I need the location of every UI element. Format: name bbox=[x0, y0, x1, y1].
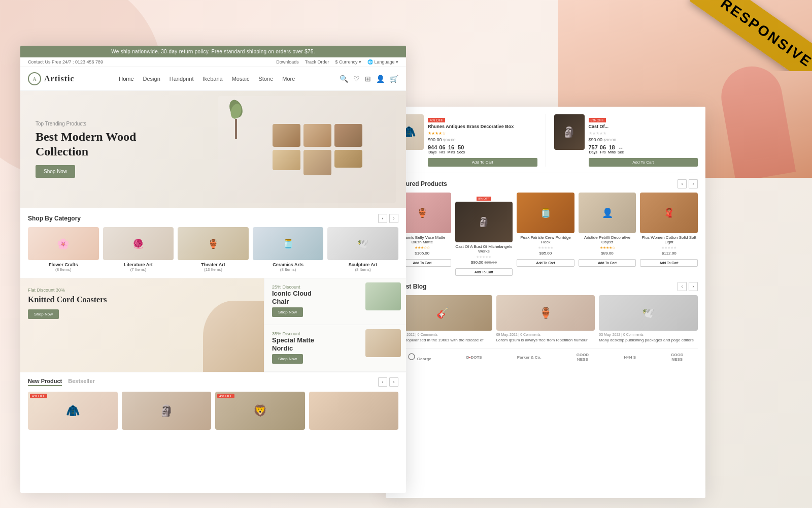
cloud-chair-image bbox=[365, 282, 401, 310]
blog-item-2[interactable]: 🏺 09 May, 2022 | 0 Comments Lorem Ipsum … bbox=[496, 295, 595, 343]
flash-item-1-add-cart[interactable]: Add To Cart bbox=[428, 158, 537, 167]
secs-block-2: --Sec bbox=[618, 144, 624, 154]
new-product-3[interactable]: 4% OFF 🦁 bbox=[215, 392, 305, 432]
blog-prev-button[interactable]: ‹ bbox=[678, 282, 687, 291]
featured-prev-button[interactable]: ‹ bbox=[678, 179, 687, 188]
ceramics-arts-count: (8 Items) bbox=[253, 267, 324, 272]
category-nav: ‹ › bbox=[378, 214, 398, 223]
brand-parker: Parker & Co. bbox=[517, 355, 542, 360]
product-4-image bbox=[309, 392, 399, 430]
featured-item-5-price: $112.00 bbox=[640, 251, 698, 256]
wood-box-2 bbox=[303, 124, 331, 147]
featured-item-4-add-cart[interactable]: Add To Cart bbox=[579, 259, 636, 267]
category-prev-button[interactable]: ‹ bbox=[378, 214, 387, 223]
search-icon[interactable]: 🔍 bbox=[340, 75, 348, 83]
hero-product-image bbox=[218, 96, 396, 203]
flash-item-2-info: 8% OFF Cast Of... ★★★★★ $90.00 $98.00 75… bbox=[589, 114, 698, 167]
sculpture-art-name: Sculpture Art bbox=[327, 262, 398, 267]
flash-divider bbox=[546, 114, 546, 167]
featured-item-5-add-cart[interactable]: Add To Cart bbox=[640, 259, 698, 267]
promo-right: 25% Discount Iconic CloudChair Shop Now … bbox=[264, 278, 406, 372]
product-prev-button[interactable]: ‹ bbox=[378, 377, 387, 387]
sculpture-art-image: 🕊️ bbox=[327, 227, 398, 260]
hero-title: Best Modern Wood Collection bbox=[36, 130, 136, 159]
blog-item-3[interactable]: 🕊️ 03 May, 2022 | 0 Comments Many deskto… bbox=[599, 295, 698, 343]
language-selector[interactable]: 🌐 Language ▾ bbox=[367, 59, 398, 65]
featured-next-button[interactable]: › bbox=[689, 179, 698, 188]
currency-selector[interactable]: $ Currency ▾ bbox=[335, 59, 361, 65]
promo-left-image bbox=[203, 301, 264, 372]
flash-item-1-stars: ★★★★☆ bbox=[428, 131, 537, 136]
category-item-literature[interactable]: 🧶 Literature Art (7 Items) bbox=[103, 227, 174, 272]
tab-new-product[interactable]: New Product bbox=[28, 378, 62, 386]
wood-box-5 bbox=[303, 150, 331, 175]
wishlist-icon[interactable]: ♡ bbox=[353, 75, 360, 83]
tab-bestseller[interactable]: Bestseller bbox=[68, 378, 95, 386]
new-product-1[interactable]: 4% OFF 🧥 bbox=[28, 392, 118, 432]
literature-art-count: (7 Items) bbox=[103, 267, 174, 272]
category-item-ceramics[interactable]: 🫙 Ceramics Arts (8 Items) bbox=[253, 227, 324, 272]
nav-ikebana[interactable]: Ikebana bbox=[203, 76, 223, 82]
downloads-link[interactable]: Downloads bbox=[276, 59, 299, 65]
flash-item-2-stars: ★★★★★ bbox=[589, 131, 698, 136]
blog-item-3-date: 03 May, 2022 | 0 Comments bbox=[599, 333, 698, 336]
promo-r1-cta[interactable]: Shop Now bbox=[272, 307, 303, 317]
blog-next-button[interactable]: › bbox=[689, 282, 698, 291]
nav-handprint[interactable]: Handprint bbox=[170, 76, 194, 82]
blog-item-1[interactable]: 🎸 13 May, 2022 | 0 Comments It was popul… bbox=[393, 295, 492, 343]
featured-item-5-stars: ★★★★★ bbox=[640, 246, 698, 250]
hrs-block-1: 06Hrs bbox=[439, 144, 445, 154]
cart-icon[interactable]: 🛒 bbox=[390, 75, 398, 83]
featured-item-3-image: 🫙 bbox=[517, 193, 574, 233]
nordic-image bbox=[365, 329, 401, 357]
product-tabs-row: New Product Bestseller ‹ › bbox=[20, 372, 406, 390]
nav-design[interactable]: Design bbox=[143, 76, 160, 82]
hero-trending-label: Top Trending Products bbox=[36, 121, 136, 126]
hero-cta-button[interactable]: Shop Now bbox=[36, 165, 75, 178]
plant-icon bbox=[226, 99, 246, 144]
promo-left-cta[interactable]: Shop Now bbox=[28, 309, 59, 319]
flower-crafts-count: (8 Items) bbox=[28, 267, 99, 272]
blog-grid: 🎸 13 May, 2022 | 0 Comments It was popul… bbox=[393, 295, 698, 343]
promo-r2-cta[interactable]: Shop Now bbox=[272, 354, 303, 364]
hrs-block-2: 06Hrs bbox=[600, 144, 606, 154]
featured-item-2-badge: 8% OFF bbox=[477, 197, 491, 201]
category-row: 🌸 Flower Crafts (8 Items) 🧶 Literature A… bbox=[20, 227, 406, 278]
compare-icon[interactable]: ⊞ bbox=[365, 75, 371, 83]
flash-item-2-add-cart[interactable]: Add To Cart bbox=[589, 158, 698, 167]
contact-info: Contact Us Free 24/7 : 0123 456 789 bbox=[28, 59, 103, 65]
featured-item-2-add-cart[interactable]: Add To Cart bbox=[455, 268, 513, 276]
category-item-theater[interactable]: 🏺 Theater Art (13 Items) bbox=[178, 227, 249, 272]
main-window: We ship nationwide. 30-day return policy… bbox=[20, 46, 406, 493]
ceramics-arts-name: Ceramics Arts bbox=[253, 262, 324, 267]
new-product-4[interactable] bbox=[309, 392, 399, 432]
track-order-link[interactable]: Track Order bbox=[305, 59, 329, 65]
new-product-2[interactable]: 🗿 bbox=[122, 392, 212, 432]
product-tabs: New Product Bestseller bbox=[28, 378, 95, 386]
announce-text: We ship nationwide. 30-day return policy… bbox=[111, 49, 315, 54]
blog-item-3-image: 🕊️ bbox=[599, 295, 698, 331]
flash-item-2-countdown: 757Days 06Hrs 18Mins --Sec bbox=[589, 144, 698, 154]
nav-stone[interactable]: Stone bbox=[259, 76, 274, 82]
product-next-button[interactable]: › bbox=[389, 377, 398, 387]
category-next-button[interactable]: › bbox=[389, 214, 398, 223]
right-panel: 🧥 4% OFF Rhunes Antiques Brass Decorativ… bbox=[386, 107, 705, 498]
category-item-flower[interactable]: 🌸 Flower Crafts (8 Items) bbox=[28, 227, 99, 272]
promo-left: Flat Discount 30% Knitted Cord Coasters … bbox=[20, 278, 264, 372]
utility-links: Downloads Track Order $ Currency ▾ 🌐 Lan… bbox=[276, 59, 398, 65]
category-item-sculpture[interactable]: 🕊️ Sculpture Art (8 Items) bbox=[327, 227, 398, 272]
account-icon[interactable]: 👤 bbox=[376, 75, 385, 83]
nav-mosaic[interactable]: Mosaic bbox=[232, 76, 250, 82]
flash-item-2-title: Cast Of... bbox=[589, 124, 698, 130]
featured-item-5-name: Plus Women Cotton Solid Soft Light bbox=[640, 235, 698, 245]
wood-box-4 bbox=[273, 150, 300, 170]
secs-block-1: 50Secs bbox=[457, 144, 465, 154]
nav-home[interactable]: Home bbox=[119, 76, 133, 82]
featured-item-4-stars: ★★★★☆ bbox=[579, 246, 636, 250]
featured-item-3-add-cart[interactable]: Add To Cart bbox=[517, 259, 574, 267]
blog-item-3-desc: Many desktop publishing packages and pag… bbox=[599, 338, 698, 343]
flower-crafts-image: 🌸 bbox=[28, 227, 99, 260]
flower-crafts-name: Flower Crafts bbox=[28, 262, 99, 267]
nav-more[interactable]: More bbox=[282, 76, 295, 82]
category-section-header: Shop By Category ‹ › bbox=[20, 208, 406, 227]
